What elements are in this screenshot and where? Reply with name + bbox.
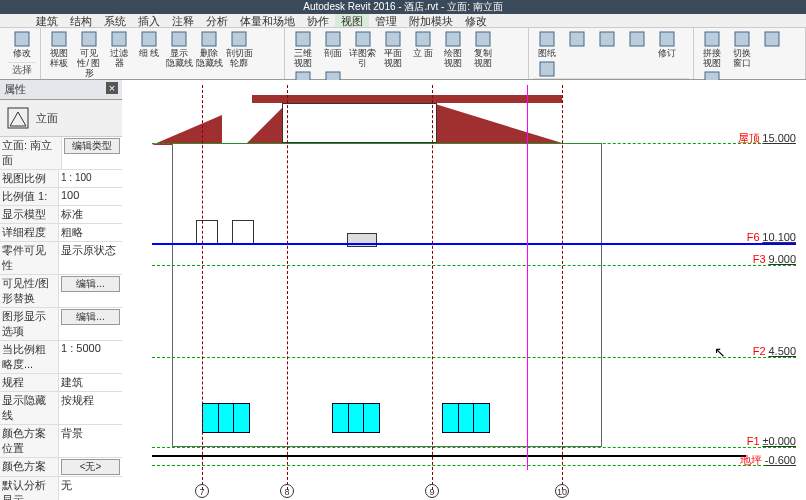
- prop-key: 显示隐藏线: [0, 392, 58, 424]
- svg-rect-4: [142, 32, 156, 46]
- prop-val[interactable]: 粗略: [61, 226, 83, 238]
- level-label-F3[interactable]: F3 9.000: [753, 253, 796, 265]
- prop-key: 默认分析显示...: [0, 477, 58, 500]
- menu-结构[interactable]: 结构: [64, 14, 98, 27]
- menu-管理[interactable]: 管理: [369, 14, 403, 27]
- prop-val[interactable]: 背景: [61, 427, 83, 439]
- window: [332, 403, 380, 433]
- ribbon-拼接视图[interactable]: 拼接 视图: [698, 30, 726, 68]
- prop-val[interactable]: 100: [61, 189, 79, 201]
- ribbon-细线[interactable]: 细 线: [135, 30, 163, 78]
- prop-key: 显示模型: [0, 206, 58, 223]
- wall: [172, 143, 602, 447]
- prop-val[interactable]: 按规程: [61, 394, 94, 406]
- ribbon-三维视图[interactable]: 三维 视图: [289, 30, 317, 68]
- prop-key: 图形显示选项: [0, 308, 58, 340]
- prop-val[interactable]: 建筑: [61, 376, 83, 388]
- grid-7[interactable]: [202, 85, 203, 490]
- level-label-F2[interactable]: F2 4.500: [753, 345, 796, 357]
- ribbon-删除隐藏线[interactable]: 删除 隐藏线: [195, 30, 223, 78]
- svg-rect-0: [15, 32, 29, 46]
- ribbon-btn[interactable]: [563, 30, 591, 58]
- level-line-F6[interactable]: [152, 243, 796, 245]
- window: [442, 403, 490, 433]
- level-label-地坪[interactable]: 地坪 -0.600: [740, 453, 796, 468]
- ribbon-btn[interactable]: [593, 30, 621, 58]
- svg-rect-13: [386, 32, 400, 46]
- prop-val[interactable]: 显示原状态: [61, 244, 116, 256]
- grid-bubble-8[interactable]: 8: [280, 484, 294, 498]
- svg-rect-25: [705, 32, 719, 46]
- menu-协作[interactable]: 协作: [301, 14, 335, 27]
- svg-rect-14: [416, 32, 430, 46]
- level-label-F6[interactable]: F6 10.100: [747, 231, 796, 243]
- menu-bar: 建筑结构系统插入注释分析体量和场地协作视图管理附加模块修改: [0, 14, 806, 28]
- menu-系统[interactable]: 系统: [98, 14, 132, 27]
- ribbon-过滤器[interactable]: 过滤 器: [105, 30, 133, 78]
- drawing-canvas[interactable]: 屋顶 15.000F6 10.100F3 9.000F2 4.500F1 ±0.…: [122, 80, 806, 500]
- grid-10[interactable]: [562, 85, 563, 490]
- ribbon-btn[interactable]: [623, 30, 651, 58]
- grid-8[interactable]: [287, 85, 288, 490]
- section-line[interactable]: [527, 85, 528, 470]
- ribbon-剖切面轮廓[interactable]: 剖切面 轮廓: [225, 30, 253, 78]
- roof: [152, 115, 222, 145]
- close-icon[interactable]: ×: [106, 82, 118, 94]
- prop-btn[interactable]: 编辑...: [61, 276, 120, 292]
- level-line-屋顶[interactable]: [152, 143, 796, 144]
- level-label-屋顶[interactable]: 屋顶 15.000: [738, 131, 796, 146]
- menu-体量和场地[interactable]: 体量和场地: [234, 14, 301, 27]
- type-selector[interactable]: 立面: [0, 100, 122, 137]
- level-line-F2[interactable]: [152, 357, 796, 358]
- ribbon-立面[interactable]: 立 面: [409, 30, 437, 68]
- menu-修改[interactable]: 修改: [459, 14, 493, 27]
- ribbon-剖面[interactable]: 剖面: [319, 30, 347, 68]
- prop-key: 当比例粗略度...: [0, 341, 58, 373]
- menu-插入[interactable]: 插入: [132, 14, 166, 27]
- svg-rect-26: [735, 32, 749, 46]
- instance-name[interactable]: 立面: 南立面: [0, 137, 61, 169]
- grid-bubble-7[interactable]: 7: [195, 484, 209, 498]
- ribbon-显示隐藏线[interactable]: 显示 隐藏线: [165, 30, 193, 78]
- prop-key: 可见性/图形替换: [0, 275, 58, 307]
- prop-val[interactable]: 无: [61, 479, 72, 491]
- title-bar: Autodesk Revit 2016 - 酒店.rvt - 立面: 南立面: [0, 0, 806, 14]
- menu-视图[interactable]: 视图: [335, 14, 369, 27]
- level-line-F3[interactable]: [152, 265, 796, 266]
- menu-附加模块[interactable]: 附加模块: [403, 14, 459, 27]
- edit-type-button[interactable]: 编辑类型: [64, 138, 121, 154]
- window: [202, 403, 250, 433]
- element: [196, 220, 218, 244]
- ribbon-详图索引[interactable]: 详图索 引: [349, 30, 377, 68]
- grid-9[interactable]: [432, 85, 433, 490]
- element: [232, 220, 254, 244]
- grid-bubble-10[interactable]: 10: [555, 484, 569, 498]
- level-line-地坪[interactable]: [152, 465, 796, 466]
- ribbon-绘图视图[interactable]: 绘图 视图: [439, 30, 467, 68]
- prop-input[interactable]: [61, 172, 120, 183]
- ribbon-视图样板[interactable]: 视图 样板: [45, 30, 73, 78]
- level-label-F1[interactable]: F1 ±0.000: [747, 435, 796, 447]
- roof: [247, 103, 287, 143]
- menu-建筑[interactable]: 建筑: [30, 14, 64, 27]
- ribbon-btn[interactable]: [533, 60, 561, 78]
- menu-分析[interactable]: 分析: [200, 14, 234, 27]
- level-line-F1[interactable]: [152, 447, 796, 448]
- ribbon-复制视图[interactable]: 复制 视图: [469, 30, 497, 68]
- ribbon-图纸[interactable]: 图纸: [533, 30, 561, 58]
- ribbon-可见性/图形[interactable]: 可见性/ 图形: [75, 30, 103, 78]
- prop-key: 颜色方案: [0, 458, 58, 476]
- ribbon-btn[interactable]: [758, 30, 786, 68]
- svg-rect-24: [540, 62, 554, 76]
- menu-注释[interactable]: 注释: [166, 14, 200, 27]
- grid-bubble-9[interactable]: 9: [425, 484, 439, 498]
- prop-val[interactable]: 标准: [61, 208, 83, 220]
- ribbon-切换窗口[interactable]: 切换 窗口: [728, 30, 756, 68]
- prop-btn[interactable]: 编辑...: [61, 309, 120, 325]
- prop-val[interactable]: 1 : 5000: [61, 342, 101, 354]
- ribbon-修订[interactable]: 修订: [653, 30, 681, 58]
- ribbon-修改[interactable]: 修改: [8, 30, 36, 58]
- ribbon-平面视图[interactable]: 平面 视图: [379, 30, 407, 68]
- svg-rect-3: [112, 32, 126, 46]
- prop-btn[interactable]: <无>: [61, 459, 120, 475]
